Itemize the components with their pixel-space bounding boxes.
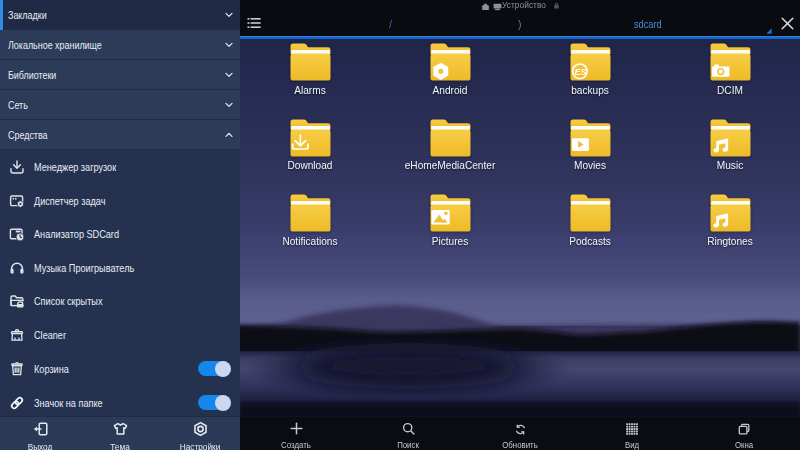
svg-text:ES: ES — [574, 67, 586, 77]
